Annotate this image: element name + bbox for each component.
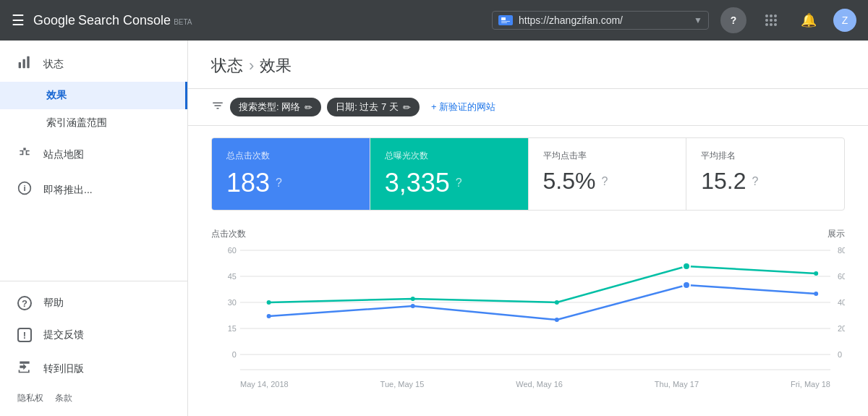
- filter-icon[interactable]: [211, 99, 224, 116]
- stats-grid: 总点击次数 183 ? 总曝光次数 3,335 ? 平均点击率 5.5%: [211, 137, 845, 211]
- stat-card-clicks[interactable]: 总点击次数 183 ?: [212, 138, 370, 210]
- url-site-icon: [498, 15, 513, 25]
- sidebar-item-coming-soon[interactable]: i 即将推出...: [0, 172, 187, 208]
- old-version-label: 转到旧版: [43, 362, 84, 375]
- page-header: 状态 › 效果: [188, 41, 868, 89]
- url-text: https://zhangzifan.com/: [519, 14, 688, 26]
- position-label: 平均排名: [701, 150, 830, 162]
- x-label-3: Thu, May 17: [655, 380, 699, 389]
- impressions-help-icon[interactable]: ?: [456, 177, 462, 190]
- info-icon: i: [17, 181, 32, 199]
- imp-dot-3: [555, 300, 559, 305]
- impressions-value: 3,335: [385, 168, 450, 198]
- svg-rect-15: [27, 56, 29, 69]
- footer-links: 隐私权 条款: [0, 386, 187, 410]
- svg-text:60: 60: [228, 246, 237, 255]
- breadcrumb-separator: ›: [249, 56, 254, 75]
- main-content: 状态 › 效果 搜索类型: 网络 ✏ 日期: 过去 7 天 ✏ + 新验证的网站: [188, 41, 868, 416]
- logo-google-text: Google: [33, 13, 75, 28]
- feedback-icon: !: [17, 328, 32, 342]
- breadcrumb[interactable]: 状态: [211, 55, 243, 77]
- apps-icon[interactable]: [758, 7, 784, 33]
- svg-text:600: 600: [838, 272, 845, 281]
- sidebar-nav: 状态 效果 索引涵盖范围 站点地图 i 即将推出: [0, 41, 187, 281]
- svg-point-10: [765, 23, 768, 26]
- url-bar[interactable]: https://zhangzifan.com/ ▼: [492, 11, 709, 30]
- url-dropdown-icon[interactable]: ▼: [694, 15, 702, 25]
- imp-dot-2: [411, 297, 415, 301]
- date-filter[interactable]: 日期: 过去 7 天 ✏: [327, 98, 420, 116]
- header-icons: ? 🔔 Z: [720, 7, 856, 33]
- ctr-label: 平均点击率: [543, 150, 672, 162]
- chart-right-label: 展示: [827, 228, 845, 240]
- chart-container: 60 45 30 15 0 800 600 400 200 0: [211, 243, 845, 377]
- sidebar-feedback[interactable]: ! 提交反馈: [0, 319, 187, 351]
- impressions-label: 总曝光次数: [385, 150, 514, 162]
- position-help-icon[interactable]: ?: [752, 175, 759, 188]
- clicks-label: 总点击次数: [226, 150, 355, 162]
- svg-text:30: 30: [228, 298, 237, 307]
- ctr-help-icon[interactable]: ?: [601, 175, 608, 188]
- x-label-2: Wed, May 16: [516, 380, 563, 389]
- clicks-help-icon[interactable]: ?: [276, 177, 282, 190]
- imp-dot-5: [814, 271, 818, 276]
- date-label: 日期: 过去 7 天: [336, 101, 399, 114]
- svg-point-6: [774, 14, 777, 17]
- chart-svg: 60 45 30 15 0 800 600 400 200 0: [211, 243, 845, 377]
- svg-point-7: [765, 19, 768, 22]
- sidebar-status-label: 状态: [43, 58, 64, 71]
- ctr-value-row: 5.5% ?: [543, 168, 672, 195]
- svg-text:800: 800: [838, 246, 845, 255]
- clicks-value-row: 183 ?: [226, 168, 355, 198]
- search-type-edit-icon: ✏: [305, 102, 312, 113]
- terms-link[interactable]: 条款: [55, 392, 72, 404]
- click-dot-3: [555, 318, 559, 322]
- sidebar-item-sitemap[interactable]: 站点地图: [0, 137, 187, 172]
- help-button[interactable]: ?: [720, 7, 746, 33]
- sidebar-item-status[interactable]: 状态: [0, 46, 187, 82]
- notifications-icon[interactable]: 🔔: [796, 7, 822, 33]
- svg-rect-3: [501, 22, 507, 23]
- search-type-filter[interactable]: 搜索类型: 网络 ✏: [230, 98, 321, 116]
- help-label: 帮助: [43, 297, 64, 310]
- click-dot-1: [267, 314, 271, 318]
- sidebar-index-label: 索引涵盖范围: [46, 116, 107, 128]
- x-label-1: Tue, May 15: [380, 380, 425, 389]
- svg-text:0: 0: [232, 350, 237, 359]
- svg-point-8: [770, 19, 773, 22]
- stat-card-impressions[interactable]: 总曝光次数 3,335 ?: [370, 138, 529, 210]
- privacy-link[interactable]: 隐私权: [17, 392, 43, 404]
- svg-text:45: 45: [228, 272, 237, 281]
- sidebar-subitem-index[interactable]: 索引涵盖范围: [0, 109, 187, 137]
- sidebar-footer: ? 帮助 ! 提交反馈 转到旧版 隐私权 条款: [0, 281, 187, 416]
- chart-axis-labels: 点击次数 展示: [211, 228, 845, 240]
- svg-rect-14: [23, 59, 25, 69]
- clicks-value: 183: [226, 168, 270, 198]
- menu-icon[interactable]: ☰: [12, 12, 25, 29]
- header-left: ☰ Google Search Console BETA: [12, 12, 480, 29]
- main-layout: 状态 效果 索引涵盖范围 站点地图 i 即将推出: [0, 41, 868, 416]
- add-filter-button[interactable]: + 新验证的网站: [431, 101, 495, 114]
- click-dot-4: [683, 281, 690, 289]
- logo-console-text: Search Console: [78, 13, 171, 28]
- ctr-value: 5.5%: [543, 168, 596, 195]
- stat-card-ctr[interactable]: 平均点击率 5.5% ?: [529, 138, 687, 210]
- stat-card-position[interactable]: 平均排名 15.2 ?: [686, 138, 844, 210]
- sidebar-help[interactable]: ? 帮助: [0, 287, 187, 319]
- position-value-row: 15.2 ?: [701, 168, 830, 195]
- svg-rect-1: [501, 17, 506, 20]
- sidebar-subitem-effect[interactable]: 效果: [0, 82, 187, 109]
- sidebar-coming-soon-label: 即将推出...: [43, 184, 93, 197]
- svg-text:400: 400: [838, 298, 845, 307]
- sidebar-old-version[interactable]: 转到旧版: [0, 351, 187, 386]
- logo: Google Search Console BETA: [33, 13, 192, 28]
- logo-beta-badge: BETA: [174, 18, 192, 26]
- imp-dot-1: [267, 300, 271, 305]
- user-avatar[interactable]: Z: [833, 9, 856, 32]
- sidebar: 状态 效果 索引涵盖范围 站点地图 i 即将推出: [0, 41, 188, 416]
- svg-point-4: [765, 14, 768, 17]
- imp-dot-4: [683, 263, 690, 270]
- sidebar-effect-label: 效果: [46, 89, 67, 101]
- help-sidebar-icon: ?: [17, 296, 32, 310]
- page-title: 效果: [260, 55, 292, 77]
